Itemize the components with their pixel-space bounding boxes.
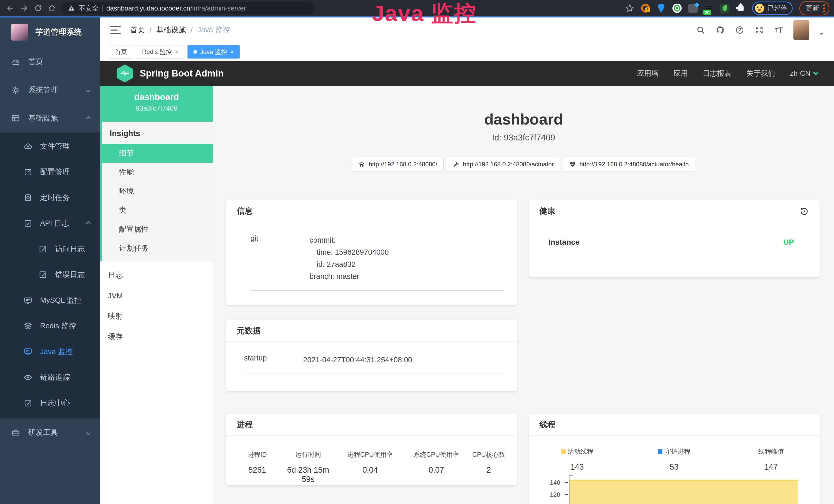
service-url-button[interactable]: http://192.168.0.2:48080/	[352, 157, 444, 172]
process-value-sys-cpu: 0.07	[404, 465, 468, 475]
info-git-row: git commit: time: 1596289704000 id: 27aa…	[226, 222, 517, 282]
sba-menu-details[interactable]: 细节	[102, 144, 213, 163]
axis-tick	[565, 494, 568, 495]
sba-nav-applications[interactable]: 应用	[674, 69, 688, 78]
sidebar-item-config[interactable]: 配置管理	[0, 159, 100, 185]
history-icon[interactable]	[799, 206, 809, 216]
instance-id: 93a3fc7f7409	[100, 105, 213, 112]
info-card-title: 信息	[226, 200, 517, 222]
sidebar-item-home[interactable]: 首页	[0, 48, 100, 76]
sba-menu-logfile[interactable]: 日志	[100, 265, 213, 285]
home-button[interactable]	[46, 3, 58, 14]
sba-menu-jvm[interactable]: JVM	[100, 285, 213, 306]
tab-home[interactable]: 首页	[109, 45, 133, 59]
app-logo-row[interactable]: 芋道管理系统	[0, 17, 100, 48]
sidebar-item-trace[interactable]: 链路追踪	[0, 365, 100, 390]
instance-name: dashboard	[100, 92, 213, 102]
process-header-proc-cpu: 进程CPU使用率	[336, 450, 404, 459]
legend-blue-swatch	[658, 449, 662, 454]
sidebar-item-accesslog[interactable]: 访问日志	[0, 236, 100, 262]
close-icon[interactable]: ×	[230, 49, 234, 55]
cloud-upload-icon	[24, 142, 32, 151]
instance-header[interactable]: dashboard 93a3fc7f7409	[100, 86, 213, 122]
sba-locale-select[interactable]: zh-CN	[790, 69, 817, 77]
legend-yellow-swatch	[561, 449, 566, 454]
sba-menu-scheduledtasks[interactable]: 计划任务	[102, 239, 213, 258]
chrome-update-button[interactable]: 更新	[799, 1, 829, 16]
page-subtitle: Id: 93a3fc7f7409	[213, 133, 834, 142]
extension-switch-icon[interactable]: on	[704, 4, 714, 13]
sidebar-item-mysql[interactable]: MySQL 监控	[0, 288, 100, 313]
gear-icon	[11, 86, 20, 94]
health-instance-row[interactable]: Instance UP	[529, 222, 820, 247]
sba-brand[interactable]: Spring Boot Admin	[117, 65, 224, 83]
address-bar[interactable]: 不安全 dashboard.yudao.iocoder.cn/infra/adm…	[62, 2, 315, 15]
metadata-card: 元数据 startup 2021-04-27T00:44:31.254+08:0…	[226, 320, 517, 391]
security-label[interactable]: 不安全	[79, 4, 98, 13]
extension-leaf-icon[interactable]	[720, 4, 729, 13]
tab-java-monitor[interactable]: Java 监控×	[188, 45, 240, 59]
sba-nav-wallboard[interactable]: 应用墙	[637, 69, 659, 78]
threads-card: 线程 活动线程143 守护进程53 线程峰值147 140 120 100	[529, 414, 820, 504]
sidebar-item-job[interactable]: 定时任务	[0, 185, 100, 210]
extension-on-badge: on	[703, 10, 711, 15]
extension-colorzilla-icon[interactable]: 1	[641, 4, 650, 13]
tab-redis-monitor[interactable]: Redis 监控×	[136, 45, 184, 59]
process-table: 进程ID5261 运行时间6d 23h 15m 59s 进程CPU使用率0.04…	[226, 436, 517, 484]
sidebar-item-system[interactable]: 系统管理	[0, 76, 100, 104]
extension-green-icon[interactable]	[673, 4, 682, 13]
sidebar-item-file[interactable]: 文件管理	[0, 134, 100, 159]
back-button[interactable]	[5, 3, 16, 14]
sba-menu-classes[interactable]: 类	[102, 201, 213, 220]
sba-sidebar: dashboard 93a3fc7f7409 Insights 细节 性能 环境…	[100, 86, 213, 504]
sba-menu-metrics[interactable]: 性能	[102, 163, 213, 182]
sba-menu-configprops[interactable]: 配置属性	[102, 220, 213, 239]
help-icon[interactable]	[735, 25, 745, 35]
sidebar-item-errorlog[interactable]: 错误日志	[0, 262, 100, 288]
chevron-down-icon	[813, 70, 818, 75]
browser-menu-icon[interactable]	[823, 4, 825, 12]
breadcrumb: 首页 / 基础设施 / Java 监控	[130, 25, 230, 35]
infrastructure-icon	[11, 114, 20, 123]
breadcrumb-infra[interactable]: 基础设施	[156, 25, 186, 35]
sba-menu-environment[interactable]: 环境	[102, 182, 213, 201]
github-icon[interactable]	[715, 25, 725, 35]
profile-paused-badge[interactable]: 已暂停	[752, 2, 793, 15]
extension-grid-icon[interactable]	[688, 4, 698, 13]
close-icon[interactable]: ×	[175, 49, 178, 55]
bookmark-star-icon[interactable]	[625, 4, 634, 13]
reload-button[interactable]	[32, 3, 44, 14]
row-underline	[250, 290, 504, 291]
daemon-threads-value: 53	[626, 462, 723, 472]
sidebar-item-logcenter[interactable]: 日志中心	[0, 390, 100, 416]
sba-menu-caches[interactable]: 缓存	[100, 327, 213, 347]
avatar-caret-icon[interactable]	[819, 32, 824, 36]
sidebar-item-apilog[interactable]: API 日志	[0, 210, 100, 236]
sba-menu-mappings[interactable]: 映射	[100, 306, 213, 327]
sba-nav-journal[interactable]: 日志报表	[703, 69, 731, 78]
forward-button[interactable]	[19, 3, 30, 14]
insights-section: Insights 细节 性能 环境 类 配置属性 计划任务	[100, 122, 213, 261]
legend-daemon-threads: 守护进程	[658, 447, 690, 456]
sidebar-item-java[interactable]: Java 监控	[0, 339, 100, 365]
actuator-url-button[interactable]: http://192.168.0.2:48080/actuator	[446, 157, 560, 172]
health-card: 健康 Instance UP	[529, 200, 820, 277]
process-header-sys-cpu: 系统CPU使用率	[404, 450, 468, 459]
extensions-puzzle-icon[interactable]	[736, 4, 745, 13]
admin-sidebar: 芋道管理系统 首页 系统管理 基础设施 文件管理 配置管理 定时任务 API 日…	[0, 17, 100, 504]
search-icon[interactable]	[696, 25, 706, 35]
extension-pin-icon[interactable]	[657, 4, 666, 13]
collapse-sidebar-icon[interactable]	[110, 26, 121, 34]
font-size-icon[interactable]: TT	[774, 25, 784, 35]
sidebar-item-redis[interactable]: Redis 监控	[0, 313, 100, 339]
health-url-button[interactable]: http://192.168.0.2:48080/actuator/health	[563, 157, 695, 172]
profile-avatar-emoji	[755, 4, 764, 13]
sidebar-item-devtools[interactable]: 研发工具	[0, 418, 100, 447]
url-text[interactable]: dashboard.yudao.iocoder.cn/infra/admin-s…	[106, 4, 246, 12]
sba-nav-about[interactable]: 关于我们	[746, 69, 775, 78]
sidebar-item-infra[interactable]: 基础设施	[0, 104, 100, 133]
fullscreen-icon[interactable]	[754, 25, 764, 35]
y-tick-120: 120	[540, 491, 560, 498]
user-avatar[interactable]	[793, 20, 809, 40]
breadcrumb-home[interactable]: 首页	[130, 25, 145, 35]
